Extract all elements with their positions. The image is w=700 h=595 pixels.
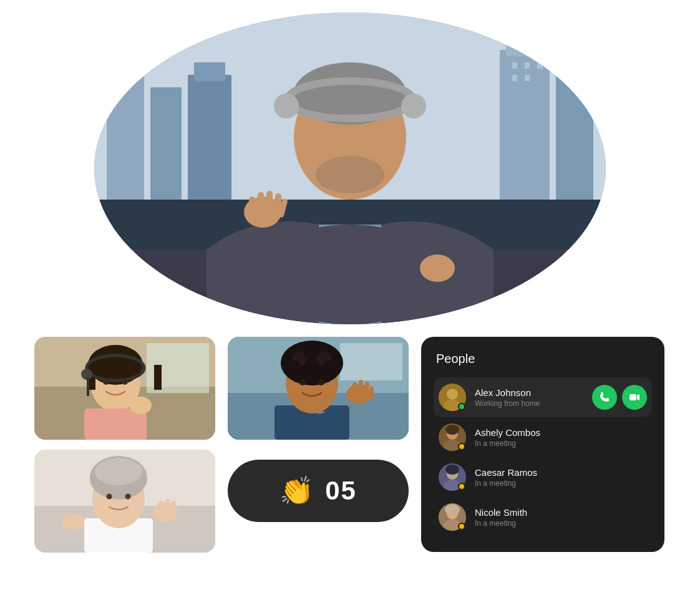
svg-rect-87 (630, 394, 636, 400)
video-icon (629, 392, 640, 403)
svg-rect-63 (165, 499, 170, 515)
middle-column: 👏 05 (228, 337, 409, 522)
svg-point-85 (447, 389, 458, 400)
thumbnail-1-svg (34, 337, 215, 440)
alex-info: Alex Johnson Working from home (475, 387, 583, 408)
thumbnail-3-svg (228, 337, 409, 440)
thumbnails-column (34, 337, 215, 553)
svg-rect-5 (194, 62, 225, 81)
hero-video (94, 12, 606, 324)
alex-status: Working from home (475, 399, 583, 408)
nicole-info: Nicole Smith In a meeting (475, 507, 647, 528)
svg-rect-33 (249, 196, 255, 218)
svg-rect-14 (512, 62, 517, 69)
avatar-nicole (439, 503, 466, 531)
svg-rect-35 (266, 191, 273, 217)
caesar-info: Caesar Ramos In a meeting (475, 467, 647, 488)
thumbnail-woman-headset (34, 337, 215, 440)
svg-point-38 (420, 254, 455, 282)
svg-point-92 (445, 425, 459, 435)
svg-rect-83 (370, 386, 374, 399)
clap-count: 05 (325, 476, 357, 506)
svg-rect-48 (87, 377, 89, 396)
person-row-nicole[interactable]: Nicole Smith In a meeting (434, 497, 652, 537)
svg-rect-8 (113, 87, 118, 94)
svg-rect-45 (154, 365, 162, 390)
svg-rect-11 (506, 37, 543, 56)
person-row-caesar[interactable]: Caesar Ramos In a meeting (434, 457, 652, 497)
hero-background (94, 12, 606, 324)
people-panel-title: People (434, 352, 652, 366)
nicole-status: In a meeting (475, 519, 647, 528)
people-panel: People Alex Johnson Working from home (421, 337, 664, 552)
thumbnail-2-svg (34, 450, 215, 553)
svg-rect-62 (159, 501, 163, 515)
svg-rect-81 (359, 380, 363, 397)
nicole-name: Nicole Smith (475, 507, 647, 518)
caesar-status: In a meeting (475, 479, 647, 488)
caesar-name: Caesar Ramos (475, 467, 647, 478)
alex-status-dot (458, 403, 465, 410)
svg-rect-82 (365, 382, 369, 397)
svg-point-96 (445, 465, 459, 475)
phone-icon (599, 392, 610, 403)
svg-point-76 (323, 360, 336, 373)
svg-point-50 (129, 397, 152, 414)
svg-point-52 (122, 379, 128, 385)
ashely-status-dot (458, 443, 465, 450)
caesar-status-dot (458, 483, 465, 490)
alex-video-button[interactable] (622, 385, 647, 410)
svg-point-77 (299, 379, 306, 385)
svg-rect-7 (122, 75, 127, 81)
svg-rect-64 (172, 501, 176, 515)
svg-rect-16 (537, 62, 542, 69)
svg-point-51 (103, 379, 109, 385)
alex-call-button[interactable] (592, 385, 617, 410)
svg-rect-17 (512, 75, 517, 81)
alex-name: Alex Johnson (475, 387, 583, 398)
svg-point-58 (95, 458, 142, 485)
svg-point-60 (125, 494, 131, 500)
svg-rect-68 (340, 343, 402, 380)
clap-counter-widget: 👏 05 (228, 460, 409, 522)
svg-point-75 (288, 360, 301, 373)
ashely-info: Ashely Combos In a meeting (475, 427, 647, 448)
ashely-name: Ashely Combos (475, 427, 647, 438)
svg-rect-19 (581, 25, 583, 100)
svg-rect-2 (113, 50, 138, 75)
svg-rect-18 (525, 75, 530, 81)
thumbnail-curly-man (228, 337, 409, 440)
svg-point-78 (318, 379, 324, 385)
svg-point-100 (445, 504, 460, 515)
svg-rect-80 (352, 382, 357, 397)
ashely-status: In a meeting (475, 439, 647, 448)
person-row-ashely[interactable]: Ashely Combos In a meeting (434, 417, 652, 457)
svg-rect-9 (122, 87, 127, 94)
avatar-caesar (439, 463, 466, 491)
alex-action-buttons (592, 385, 647, 410)
svg-point-29 (316, 156, 384, 193)
thumbnail-older-woman (34, 450, 215, 553)
svg-marker-88 (637, 394, 639, 400)
svg-rect-6 (113, 75, 118, 81)
nicole-status-dot (458, 523, 465, 530)
clap-emoji: 👏 (280, 475, 314, 507)
svg-rect-34 (258, 192, 264, 217)
svg-rect-20 (568, 25, 596, 27)
svg-point-31 (256, 225, 444, 324)
svg-point-59 (107, 494, 112, 500)
svg-rect-15 (525, 62, 530, 69)
bottom-row: 👏 05 People Alex Johnson Working from (34, 337, 664, 553)
person-row-alex[interactable]: Alex Johnson Working from home (434, 377, 652, 417)
svg-point-27 (401, 94, 426, 119)
svg-point-26 (274, 94, 299, 119)
avatar-ashely (439, 423, 466, 451)
hero-video-container (94, 12, 606, 324)
avatar-alex (439, 384, 466, 411)
svg-point-65 (62, 513, 84, 530)
